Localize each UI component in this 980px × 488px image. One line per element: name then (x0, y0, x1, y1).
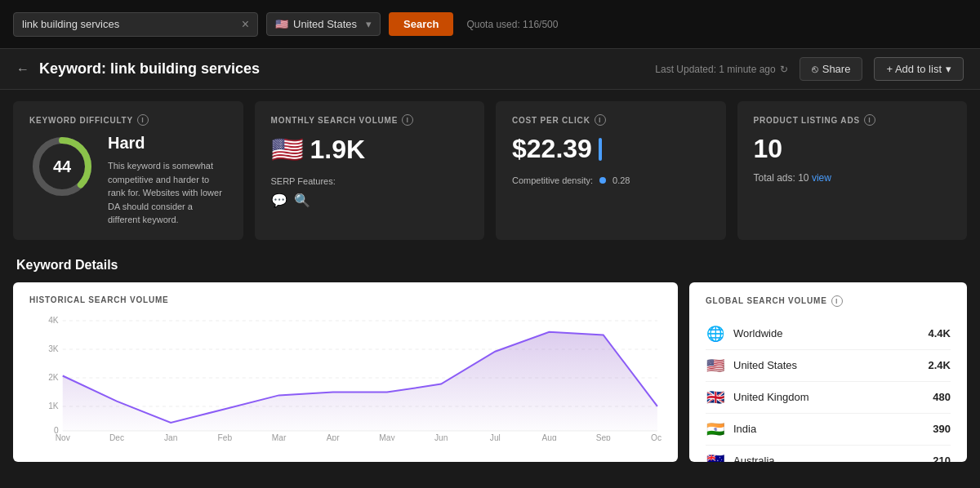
country-name: India (733, 423, 924, 435)
country-flag-icon: 🇦🇺 (706, 452, 725, 462)
msv-label: MONTHLY SEARCH VOLUME i (271, 114, 469, 126)
country-selector[interactable]: 🇺🇸 United States ▾ (266, 12, 381, 36)
svg-text:Dec: Dec (109, 433, 124, 441)
country-search-volume: 390 (933, 423, 951, 435)
us-flag-icon: 🇺🇸 (275, 18, 288, 30)
country-name: Worldwide (733, 327, 920, 339)
svg-text:Apr: Apr (327, 433, 340, 441)
last-updated-text: Last Updated: 1 minute ago ↻ (655, 64, 787, 75)
add-to-list-button[interactable]: + Add to list ▾ (874, 57, 964, 81)
pla-view-link[interactable]: view (812, 172, 831, 184)
kd-info: Hard This keyword is somewhat competitiv… (108, 134, 227, 227)
speech-bubble-icon: 💬 (271, 193, 287, 208)
gsv-row: 🇦🇺 Australia 210 (706, 446, 951, 462)
pla-total: Total ads: 10 view (754, 172, 951, 184)
country-search-volume: 210 (933, 455, 951, 462)
chevron-down-icon: ▾ (946, 63, 951, 75)
clear-search-button[interactable]: × (242, 18, 249, 31)
svg-text:Sep: Sep (596, 433, 611, 441)
country-flag-icon: 🇺🇸 (706, 357, 725, 375)
gsv-info-icon[interactable]: i (831, 295, 843, 307)
keyword-difficulty-card: KEYWORD DIFFICULTY i 44 Hard This keywor… (13, 101, 243, 240)
global-search-volume-card: GLOBAL SEARCH VOLUME i 🌐 Worldwide 4.4K … (689, 282, 967, 462)
page-title: Keyword: link building services (39, 60, 260, 78)
keyword-search-input[interactable] (22, 18, 235, 30)
metrics-row: KEYWORD DIFFICULTY i 44 Hard This keywor… (0, 90, 980, 251)
chart-area: 4K 3K 2K 1K 0 (29, 314, 662, 441)
msv-card: MONTHLY SEARCH VOLUME i 🇺🇸 1.9K SERP Fea… (255, 101, 485, 240)
svg-text:2K: 2K (48, 373, 59, 382)
cpc-value: $22.39 (512, 134, 710, 164)
svg-text:Jun: Jun (434, 433, 448, 441)
pla-card: PRODUCT LISTING ADS i 10 Total ads: 10 v… (737, 101, 968, 240)
kd-description: This keyword is somewhat competitive and… (108, 159, 227, 227)
share-button[interactable]: ⎋ Share (800, 57, 863, 81)
cpc-info-icon[interactable]: i (595, 114, 606, 126)
gsv-title: GLOBAL SEARCH VOLUME i (706, 295, 951, 307)
serp-icons: 💬 🔍 (271, 193, 469, 208)
cpc-label: COST PER CLICK i (512, 114, 710, 126)
gsv-rows-container: 🌐 Worldwide 4.4K 🇺🇸 United States 2.4K 🇬… (706, 318, 951, 462)
msv-value: 🇺🇸 1.9K (271, 134, 469, 165)
country-flag-icon: 🌐 (706, 325, 725, 343)
svg-text:Jul: Jul (490, 433, 501, 441)
keyword-details-title: Keyword Details (16, 258, 118, 272)
quota-text: Quota used: 116/500 (466, 19, 558, 30)
country-search-volume: 480 (933, 391, 951, 403)
country-name: United States (733, 359, 920, 371)
refresh-icon[interactable]: ↻ (780, 64, 788, 75)
country-flag-icon: 🇮🇳 (706, 420, 725, 438)
keyword-details-section: Keyword Details (0, 251, 980, 282)
msv-info-icon[interactable]: i (402, 114, 413, 126)
kd-difficulty-label: Hard (108, 134, 227, 153)
country-search-volume: 4.4K (929, 327, 951, 339)
pla-value: 10 (754, 134, 951, 164)
us-flag-icon: 🇺🇸 (271, 134, 304, 165)
svg-text:3K: 3K (48, 344, 59, 353)
country-name: Australia (733, 455, 924, 462)
country-flag-icon: 🇬🇧 (706, 388, 725, 406)
sub-header: ← Keyword: link building services Last U… (0, 49, 980, 90)
search-input-wrap: × (13, 12, 258, 37)
top-bar: × 🇺🇸 United States ▾ Search Quota used: … (0, 0, 980, 49)
gsv-row: 🌐 Worldwide 4.4K (706, 318, 951, 350)
gsv-row: 🇺🇸 United States 2.4K (706, 350, 951, 382)
svg-text:Oct: Oct (651, 433, 662, 441)
chevron-down-icon: ▾ (366, 18, 372, 30)
svg-text:1K: 1K (48, 401, 59, 410)
search-circle-icon: 🔍 (294, 193, 310, 208)
pla-info-icon[interactable]: i (864, 114, 875, 126)
country-search-volume: 2.4K (929, 359, 951, 371)
blue-dot (599, 175, 606, 185)
svg-text:Nov: Nov (56, 433, 70, 441)
svg-text:Jan: Jan (164, 433, 177, 441)
back-button[interactable]: ← (16, 62, 29, 77)
cpc-density: Competitive density: 0.28 (512, 175, 710, 185)
kd-gauge: 44 (29, 134, 95, 199)
kd-score: 44 (53, 157, 71, 176)
share-icon: ⎋ (812, 63, 818, 75)
kd-info-icon[interactable]: i (137, 114, 149, 126)
svg-text:Aug: Aug (541, 433, 556, 441)
gsv-row: 🇬🇧 United Kingdom 480 (706, 382, 951, 414)
cpc-bar-indicator (599, 138, 602, 161)
gsv-row: 🇮🇳 India 390 (706, 414, 951, 446)
svg-text:Mar: Mar (272, 433, 287, 441)
svg-text:4K: 4K (48, 316, 59, 325)
svg-text:Feb: Feb (218, 433, 233, 441)
svg-text:May: May (379, 433, 395, 441)
historical-chart-card: HISTORICAL SEARCH VOLUME 4K 3K 2K 1K 0 (13, 282, 678, 462)
kd-label: KEYWORD DIFFICULTY i (29, 114, 227, 126)
country-label: United States (293, 18, 357, 30)
sub-header-right: Last Updated: 1 minute ago ↻ ⎋ Share + A… (655, 57, 964, 81)
serp-label: SERP Features: (271, 176, 469, 186)
country-name: United Kingdom (733, 391, 924, 403)
search-button[interactable]: Search (389, 12, 453, 36)
bottom-row: HISTORICAL SEARCH VOLUME 4K 3K 2K 1K 0 (0, 282, 980, 462)
pla-label: PRODUCT LISTING ADS i (754, 114, 951, 126)
cpc-card: COST PER CLICK i $22.39 Competitive dens… (496, 101, 726, 240)
chart-title: HISTORICAL SEARCH VOLUME (29, 295, 662, 304)
